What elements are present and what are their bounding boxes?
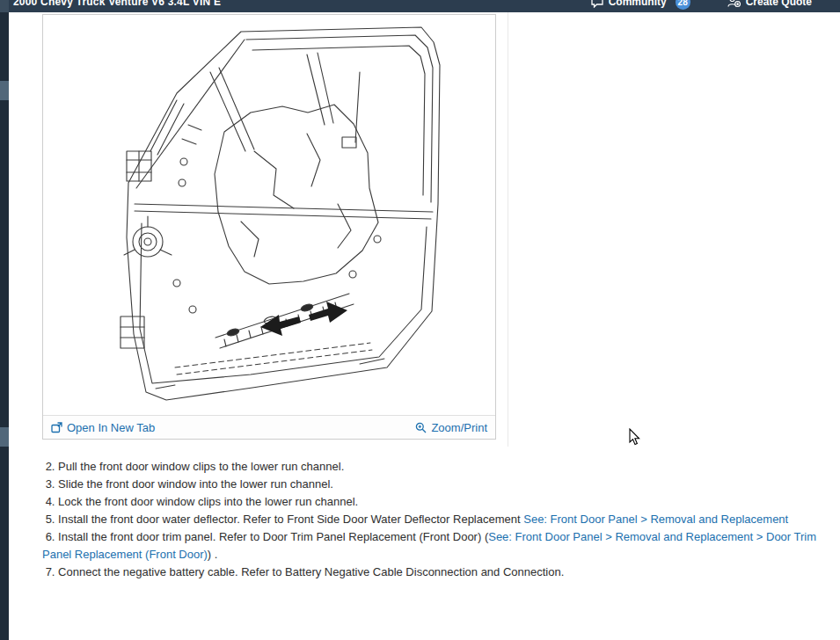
instruction-step-4: 4. Lock the front door window clips into… [42,493,820,511]
open-in-new-tab-link[interactable]: Open In New Tab [51,421,155,434]
instruction-step-3: 3. Slide the front door window into the … [42,476,820,493]
door-assembly-diagram [43,19,495,411]
top-header-bar: 2000 Chevy Truck Venture V6 3.4L VIN E C… [9,0,840,12]
sidebar-item-2[interactable] [0,427,9,447]
instruction-step-2: 2. Pull the front door window clips to t… [42,458,820,476]
community-count-badge: 28 [676,0,690,10]
step-text: ) . [208,548,218,561]
step-text: 6. Install the front door trim panel. Re… [42,530,488,543]
person-plus-icon [727,0,741,8]
community-button[interactable]: Community 28 [591,0,690,10]
step-text: 5. Install the front door water deflecto… [42,513,523,526]
create-quote-button[interactable]: Create Quote [727,0,812,8]
left-sidebar [0,0,9,640]
community-label: Community [609,0,667,8]
instruction-step-5: 5. Install the front door water deflecto… [42,511,820,528]
instruction-steps: 2. Pull the front door window clips to t… [42,458,820,581]
external-tab-icon [51,422,62,433]
step-text: 3. Slide the front door window into the … [42,477,333,491]
magnifier-plus-icon [415,422,427,433]
chat-bubble-icon [591,0,603,8]
step-text: 4. Lock the front door window clips into… [42,495,358,508]
sidebar-item-1[interactable] [0,81,9,100]
step-text: 7. Connect the negative battery cable. R… [42,565,564,578]
zoom-print-link[interactable]: Zoom/Print [415,421,487,434]
mouse-cursor [629,428,640,446]
create-quote-label: Create Quote [746,0,812,8]
instruction-step-7: 7. Connect the negative battery cable. R… [42,564,820,581]
figure-toolbar: Open In New Tab Zoom/Print [43,415,495,439]
vehicle-title: 2000 Chevy Truck Venture V6 3.4L VIN E [13,0,221,8]
figure-panel: Open In New Tab Zoom/Print [42,14,496,440]
front-door-panel-removal-link[interactable]: See: Front Door Panel > Removal and Repl… [523,513,788,526]
panel-divider [508,12,508,447]
sidebar-header-segment [0,0,9,12]
instruction-step-6: 6. Install the front door trim panel. Re… [42,528,820,564]
step-text: 2. Pull the front door window clips to t… [42,460,344,473]
